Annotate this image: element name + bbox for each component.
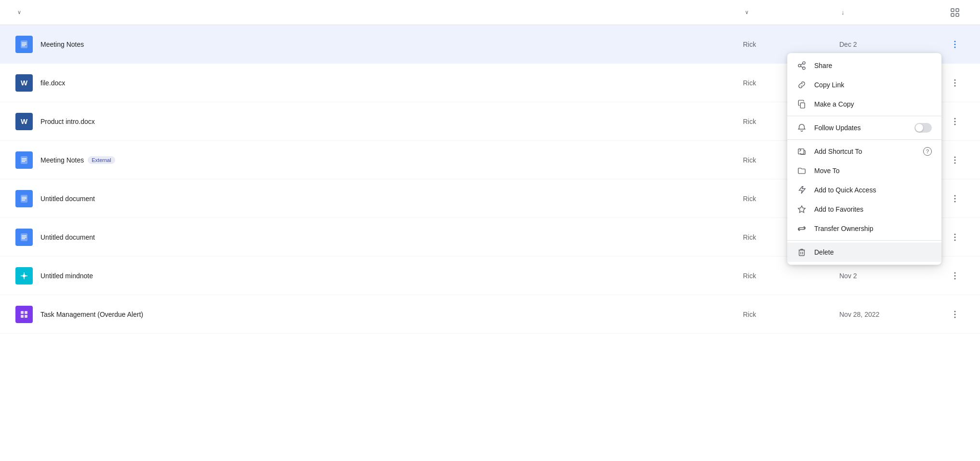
menu-label-copy-link: Copy Link [814,81,932,89]
svg-point-51 [954,313,956,315]
file-more-button[interactable] [945,229,965,246]
file-name-area: Meeting Notes External [40,156,743,164]
svg-point-22 [954,159,956,161]
file-more-button[interactable] [945,113,965,130]
menu-icon-transfer [797,224,807,233]
file-name-area: file.docx [40,79,743,87]
svg-point-9 [954,43,956,45]
file-more-button[interactable] [945,190,965,207]
svg-rect-55 [800,103,805,108]
svg-point-16 [954,123,956,125]
file-more-button[interactable] [945,267,965,285]
header-owner-sort[interactable]: ∨ [743,9,839,15]
svg-point-23 [954,162,956,163]
menu-item-copy-link[interactable]: Copy Link [787,75,941,95]
file-name-area: Task Management (Overdue Alert) [40,311,743,318]
menu-icon-lightning [797,185,807,195]
file-name: Task Management (Overdue Alert) [40,311,143,318]
svg-point-38 [23,274,26,277]
context-menu: Share Copy Link Make a Copy Follow Updat… [787,53,941,265]
file-name-area: Untitled document [40,233,743,241]
menu-item-add-shortcut[interactable]: Add Shortcut To ? [787,142,941,161]
menu-label-add-quick-access: Add to Quick Access [814,186,932,194]
file-list-container: ∨ ∨ ↓ Meeting Notes Rick Dec 2 [0,0,980,461]
menu-item-add-quick-access[interactable]: Add to Quick Access [787,180,941,200]
menu-label-delete: Delete [814,248,932,256]
file-name: Untitled document [40,195,95,203]
svg-point-45 [954,278,956,279]
file-more-button[interactable] [945,306,965,323]
svg-point-36 [954,236,956,238]
svg-point-29 [954,198,956,199]
svg-rect-49 [25,315,27,318]
svg-line-53 [801,66,803,68]
header-name-sort[interactable]: ∨ [15,9,743,15]
menu-icon-share [797,61,807,70]
menu-item-transfer-ownership[interactable]: Transfer Ownership [787,219,941,238]
add-shortcut-help[interactable]: ? [923,147,932,156]
svg-point-11 [954,79,956,81]
file-date: Nov 28, 2022 [839,311,945,318]
file-name-area: Untitled document [40,195,743,203]
svg-line-54 [801,64,803,65]
file-icon-word: W [15,113,33,130]
follow-updates-toggle[interactable] [914,123,932,133]
menu-icon-folder-move [797,166,807,176]
file-owner: Rick [743,311,839,318]
file-date: Nov 2 [839,272,945,280]
svg-point-21 [954,156,956,158]
grid-view-toggle[interactable] [945,8,965,17]
badge-external: External [88,156,115,164]
file-name: Untitled mindnote [40,272,93,280]
file-icon-task [15,306,33,323]
menu-divider [787,116,941,116]
menu-item-move-to[interactable]: Move To [787,161,941,180]
file-name: Meeting Notes [40,41,84,48]
menu-icon-shortcut [797,147,807,156]
svg-rect-46 [21,311,24,314]
svg-rect-48 [21,315,24,318]
menu-item-add-favorites[interactable]: Add to Favorites [787,200,941,219]
file-row[interactable]: Task Management (Overdue Alert) Rick Nov… [0,295,980,334]
menu-icon-copy [797,99,807,109]
file-name: Untitled document [40,233,95,241]
svg-rect-56 [798,149,804,154]
header-created-sort[interactable]: ↓ [839,9,945,16]
menu-label-make-copy: Make a Copy [814,100,932,108]
menu-item-make-copy[interactable]: Make a Copy [787,95,941,114]
svg-point-43 [954,272,956,273]
menu-icon-link [797,80,807,90]
svg-point-15 [954,121,956,122]
file-date: Dec 2 [839,41,945,48]
svg-point-52 [954,316,956,318]
file-name: Product intro.docx [40,118,95,125]
list-header: ∨ ∨ ↓ [0,0,980,25]
file-owner: Rick [743,272,839,280]
svg-point-37 [954,239,956,241]
file-owner: Rick [743,41,839,48]
file-name-area: Product intro.docx [40,118,743,125]
header-created-sort-indicator: ↓ [841,9,845,16]
svg-rect-0 [951,9,954,12]
file-icon-word: W [15,74,33,92]
menu-item-share[interactable]: Share [787,56,941,75]
file-icon-docs [15,151,33,169]
menu-icon-star [797,204,807,214]
svg-rect-3 [956,14,959,16]
svg-point-30 [954,201,956,202]
svg-rect-57 [799,250,805,256]
file-more-button[interactable] [945,36,965,53]
menu-item-follow-updates[interactable]: Follow Updates [787,118,941,137]
menu-item-delete[interactable]: Delete [787,243,941,262]
file-more-button[interactable] [945,74,965,92]
menu-divider [787,240,941,241]
menu-label-add-favorites: Add to Favorites [814,205,932,213]
file-name: file.docx [40,79,65,87]
svg-point-35 [954,233,956,235]
file-icon-mindnote [15,267,33,285]
file-icon-docs [15,190,33,207]
file-more-button[interactable] [945,151,965,169]
svg-rect-47 [25,311,27,314]
menu-label-share: Share [814,62,932,69]
svg-point-13 [954,85,956,86]
